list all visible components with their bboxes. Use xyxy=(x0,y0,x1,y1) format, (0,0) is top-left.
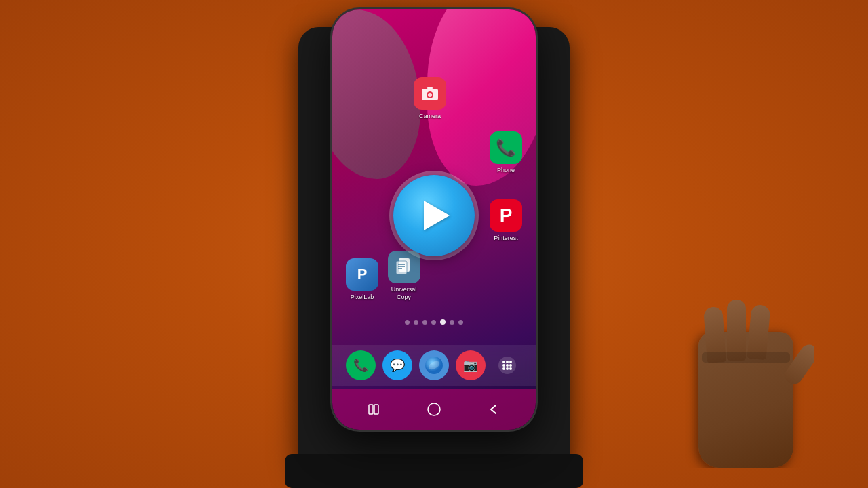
page-dot-4[interactable] xyxy=(431,320,436,325)
svg-point-19 xyxy=(506,367,509,370)
dock-phone-icon[interactable]: 📞 xyxy=(346,350,376,380)
universal-copy-icon xyxy=(388,251,420,283)
page-dot-1[interactable] xyxy=(405,320,410,325)
svg-point-23 xyxy=(428,403,440,415)
pinterest-label: Pinterest xyxy=(494,235,518,242)
svg-point-12 xyxy=(502,361,505,363)
pixellab-app-icon[interactable]: P PixelLab xyxy=(346,258,378,301)
svg-rect-5 xyxy=(396,261,407,274)
page-dots xyxy=(405,319,463,325)
play-triangle-icon xyxy=(424,201,450,230)
phone-icon: 📞 xyxy=(490,131,522,164)
svg-point-2 xyxy=(428,93,432,97)
svg-point-16 xyxy=(506,364,509,367)
svg-point-14 xyxy=(509,361,512,363)
nav-back-button[interactable] xyxy=(481,397,505,422)
phone-label: Phone xyxy=(497,167,515,174)
camera-icon xyxy=(414,77,446,110)
pinterest-app-icon[interactable]: P Pinterest xyxy=(490,199,522,242)
scene: Camera 📞 Phone P Pinterest P PixelLab xyxy=(0,0,868,488)
page-dot-6[interactable] xyxy=(450,320,454,325)
svg-point-20 xyxy=(509,367,512,370)
svg-rect-21 xyxy=(369,405,373,414)
universal-copy-app-icon[interactable]: Universal Copy xyxy=(385,251,422,301)
hand-overlay xyxy=(665,251,814,468)
camera-label: Camera xyxy=(419,113,441,120)
phone-screen: Camera 📞 Phone P Pinterest P PixelLab xyxy=(332,9,536,430)
play-button[interactable] xyxy=(393,175,475,256)
wallpaper-shape-2 xyxy=(332,9,420,179)
svg-point-17 xyxy=(509,364,512,367)
universal-copy-label: Universal Copy xyxy=(385,286,422,301)
camera-app-icon[interactable]: Camera xyxy=(414,77,446,120)
stand-base xyxy=(285,454,583,488)
phone-dock: 📞 💬 xyxy=(332,345,536,386)
dock-grid-icon[interactable] xyxy=(492,350,522,380)
phone-device: Camera 📞 Phone P Pinterest P PixelLab xyxy=(332,9,536,430)
dock-camera-icon[interactable]: 📷 xyxy=(456,350,486,380)
pinterest-icon: P xyxy=(490,199,522,232)
svg-rect-22 xyxy=(374,405,378,414)
nav-home-button[interactable] xyxy=(422,397,446,422)
nav-recent-button[interactable] xyxy=(363,397,387,422)
svg-point-18 xyxy=(502,367,505,370)
dock-chat-icon[interactable]: 💬 xyxy=(382,350,412,380)
navigation-bar xyxy=(332,389,536,430)
pixellab-label: PixelLab xyxy=(351,293,374,301)
dock-mercury-icon[interactable] xyxy=(419,350,449,380)
page-dot-3[interactable] xyxy=(422,320,427,325)
svg-point-15 xyxy=(502,364,505,367)
svg-point-13 xyxy=(506,361,509,363)
page-dot-7[interactable] xyxy=(458,320,463,325)
pixellab-icon: P xyxy=(346,258,378,291)
page-dot-2[interactable] xyxy=(414,320,418,325)
svg-rect-3 xyxy=(427,87,433,89)
page-dot-5[interactable] xyxy=(440,319,446,325)
phone-app-icon[interactable]: 📞 Phone xyxy=(490,131,522,174)
